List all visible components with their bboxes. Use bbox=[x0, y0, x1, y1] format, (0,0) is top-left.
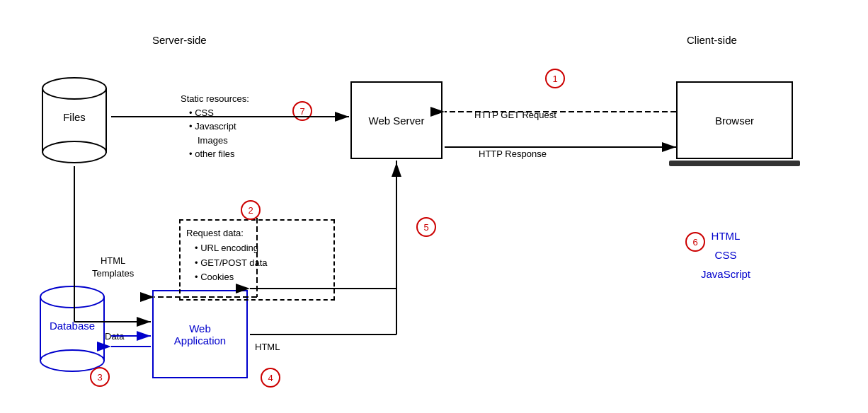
web-application-label: Web Application bbox=[174, 322, 226, 347]
html-output-label: HTML bbox=[255, 342, 280, 352]
svg-point-4 bbox=[40, 286, 104, 308]
web-server-box: Web Server bbox=[350, 81, 442, 159]
svg-point-1 bbox=[42, 78, 106, 99]
html-templates-label: HTMLTemplates bbox=[92, 255, 134, 280]
server-side-label: Server-side bbox=[152, 34, 207, 46]
arrows-svg bbox=[0, 0, 868, 413]
laptop-base bbox=[669, 161, 800, 166]
javascript-label: JavaScript bbox=[701, 264, 750, 284]
web-server-label: Web Server bbox=[369, 115, 425, 127]
http-response-label: HTTP Response bbox=[479, 149, 547, 159]
database-cylinder: Database bbox=[37, 283, 108, 378]
files-label: Files bbox=[39, 111, 110, 123]
client-side-label: Client-side bbox=[687, 34, 737, 46]
diagram-container: Server-side Client-side Files Web Server… bbox=[0, 0, 868, 413]
svg-point-2 bbox=[42, 141, 106, 163]
circle-3: 3 bbox=[90, 367, 110, 387]
html-label: HTML bbox=[701, 226, 750, 245]
files-cylinder: Files bbox=[39, 74, 110, 166]
browser-box: Browser bbox=[676, 81, 793, 159]
circle-4: 4 bbox=[261, 368, 280, 388]
circle-7: 7 bbox=[292, 101, 312, 121]
circle-2: 2 bbox=[241, 200, 261, 220]
circle-1: 1 bbox=[545, 69, 565, 88]
http-get-label: HTTP GET Request bbox=[474, 110, 556, 120]
circle-5: 5 bbox=[416, 217, 436, 237]
request-data-box: Request data: • URL encoding • GET/POST … bbox=[179, 219, 335, 301]
circle-6: 6 bbox=[685, 232, 705, 252]
web-application-box: Web Application bbox=[152, 290, 248, 378]
css-label: CSS bbox=[701, 245, 750, 264]
browser-label: Browser bbox=[715, 115, 754, 127]
client-code-labels: HTML CSS JavaScript bbox=[701, 226, 750, 284]
database-label: Database bbox=[37, 320, 108, 332]
browser-area: Browser bbox=[676, 81, 793, 159]
data-label: Data bbox=[105, 331, 124, 342]
